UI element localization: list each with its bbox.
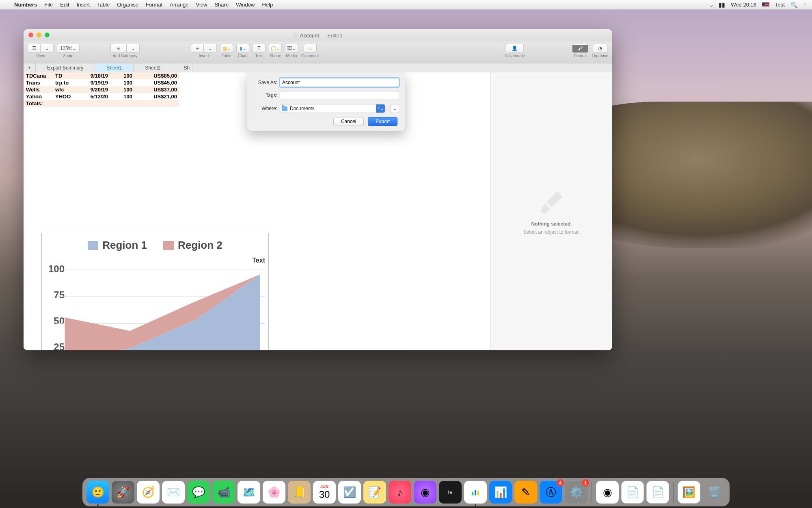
titlebar[interactable]: Account — Edited [24,29,612,41]
spotlight-icon[interactable]: 🔍 [790,2,797,8]
dock-facetime[interactable]: 📹 [212,481,235,504]
data-table[interactable]: TDCanaTD9/18/19100US$85,00 Transtrp.to9/… [24,72,179,107]
dock-settings[interactable]: ⚙️1 [565,481,587,504]
tab-sheet-truncated[interactable]: Sh [172,63,192,72]
sheet-canvas[interactable]: TDCanaTD9/18/19100US$85,00 Transtrp.to9/… [24,72,490,350]
dock-mail[interactable]: ✉️ [162,481,185,504]
view-button[interactable]: ☰ [28,44,41,53]
add-category-label: Add Category [112,54,137,58]
zoom-select[interactable]: 125% ⌄ [57,44,80,53]
table-row[interactable]: YahooYHOO5/12/20100US$21,00 [24,93,179,100]
paintbrush-icon [538,188,566,216]
desktop: Numbers File Edit Insert Table Organise … [0,0,812,508]
text-label: Text [255,54,263,58]
menu-insert[interactable]: Insert [73,2,94,8]
input-source-flag-icon[interactable] [762,2,769,7]
menu-share[interactable]: Share [211,2,232,8]
menu-format[interactable]: Format [142,2,166,8]
table-row[interactable]: Transtrp.to9/19/19100US$45,00 [24,79,179,86]
legend-label-region2: Region 2 [178,239,222,252]
dock-pages[interactable]: ✎ [514,481,537,504]
list-icon[interactable]: ≡ [803,2,806,8]
dock-messages[interactable]: 💬 [187,481,210,504]
dock-podcasts[interactable]: ◉ [414,481,436,504]
menu-organise[interactable]: Organise [113,2,142,8]
dock-music[interactable]: ♪ [389,481,411,504]
dock-trash[interactable]: 🗑️ [703,481,726,504]
chart-annotation[interactable]: Text [252,257,265,264]
menu-arrange[interactable]: Arrange [166,2,192,8]
toolbar: ☰ ⌄ View 125% ⌄ Zoom ⊟ ⌄ Add Category ＋⌄… [24,41,612,63]
dock-keynote[interactable]: 📊 [489,481,512,504]
table-row[interactable]: TDCanaTD9/18/19100US$85,00 [24,72,179,79]
dock-document[interactable]: 📄 [646,481,669,504]
menubar-user[interactable]: Test [775,2,785,8]
tab-sheet1[interactable]: Sheet1 [95,63,134,72]
organise-label: Organise [592,54,608,58]
dock-tv[interactable]: tv [439,481,462,504]
save-as-input[interactable] [280,78,399,87]
table-button[interactable]: ▦⌄ [220,44,233,53]
organise-button[interactable]: ◔ [593,44,607,53]
inspector-subtitle: Select an object to format. [523,229,580,235]
tags-label: Tags: [253,93,277,98]
dock-numbers[interactable] [464,481,487,504]
area-chart[interactable]: Region 1 Region 2 Text 100 75 50 25 0 Ap… [41,233,269,350]
minimize-button[interactable] [37,33,41,37]
tags-input[interactable] [280,91,399,100]
collaborate-button[interactable]: 👤 [506,44,524,53]
table-row[interactable]: Totals: [24,100,179,107]
comment-button[interactable]: ▭ [304,44,317,53]
menu-help[interactable]: Help [258,2,276,8]
dock-notes[interactable]: 📝 [363,481,386,504]
dock-screenshot[interactable]: 🖼️ [678,481,700,504]
save-as-label: Save As: [253,80,277,85]
chart-button[interactable]: ▮⌄ [236,44,249,53]
cancel-button[interactable]: Cancel [333,117,364,126]
menu-edit[interactable]: Edit [56,2,73,8]
shape-button[interactable]: ◯⌄ [269,44,282,53]
where-select[interactable]: Documents ⌃⌄ [280,104,385,113]
comment-label: Comment [301,54,319,58]
menu-view[interactable]: View [192,2,211,8]
tab-sheet2[interactable]: Sheet2 [134,63,172,72]
app-menu[interactable]: Numbers [11,2,41,8]
expand-button[interactable]: ⌄ [390,104,399,113]
text-button[interactable]: T [253,44,266,53]
dock-document[interactable]: 📄 [621,481,644,504]
add-category-dropdown[interactable]: ⌄ [127,44,140,53]
view-label: View [36,54,45,58]
dock-photos[interactable]: 🌸 [263,481,285,504]
battery-icon[interactable]: ▮▮ [719,2,725,8]
dock-appstore[interactable]: Ⓐ4 [540,481,562,504]
add-category-button[interactable]: ⊟ [110,44,127,53]
zoom-label: Zoom [63,54,73,58]
dock-finder[interactable]: 🙂 [86,481,109,504]
dock-chrome[interactable]: ◉ [596,481,619,504]
format-label: Format [574,54,587,58]
wifi-icon[interactable]: ⌵ [710,2,713,8]
table-row[interactable]: Wellswfc9/20/19100US$37,00 [24,86,179,93]
sheet-tabs: + Export Summary Sheet1 Sheet2 Sh [24,63,612,72]
insert-button[interactable]: ＋ [191,44,204,53]
where-label: Where: [253,106,277,111]
menu-file[interactable]: File [41,2,56,8]
dock-calendar[interactable]: JUN30 [313,481,336,504]
dock-launchpad[interactable]: 🚀 [112,481,134,504]
export-button[interactable]: Export [368,117,397,126]
media-button[interactable]: 🖼⌄ [285,44,298,53]
dock-safari[interactable]: 🧭 [137,481,160,504]
insert-dropdown[interactable]: ⌄ [204,44,217,53]
menu-window[interactable]: Window [232,2,258,8]
add-sheet-button[interactable]: + [24,63,36,72]
menu-table[interactable]: Table [93,2,113,8]
dock-contacts[interactable]: 📒 [288,481,311,504]
zoom-button[interactable] [45,33,50,37]
menubar-clock[interactable]: Wed 20:16 [731,2,756,8]
dock-reminders[interactable]: ☑️ [338,481,361,504]
view-dropdown[interactable]: ⌄ [41,44,54,53]
dock-maps[interactable]: 🗺️ [238,481,260,504]
close-button[interactable] [28,33,33,37]
tab-export-summary[interactable]: Export Summary [36,63,95,72]
format-button[interactable]: 🖌 [572,44,588,53]
